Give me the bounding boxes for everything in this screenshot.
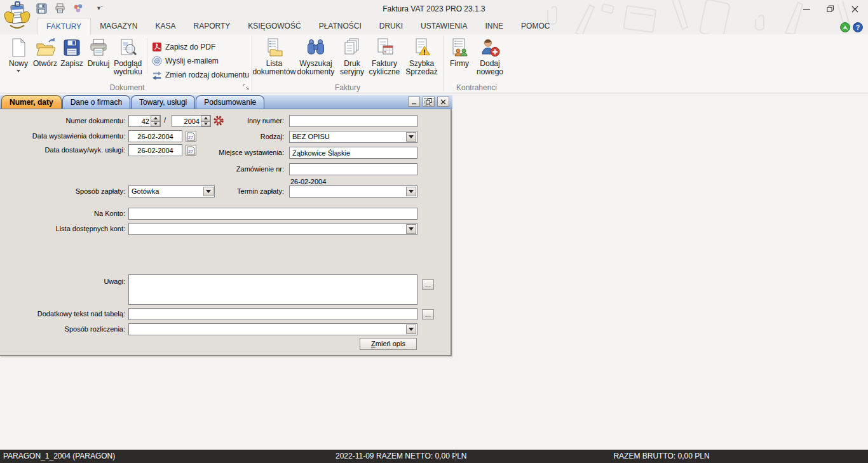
ribbon-group-faktury: Lista dokumentów Wyszukaj dokumenty (252, 34, 443, 93)
ribbon-group-dokument: Nowy Otwórz (3, 34, 252, 93)
window-title: Faktura VAT 2023 PRO 23.1.3 (0, 4, 868, 13)
help-icon[interactable]: ? (853, 22, 863, 32)
doc-tab-numer-daty[interactable]: Numer, daty (1, 95, 62, 109)
sposob-zaplaty-label: Sposób zapłaty: (0, 185, 125, 198)
document-list-button[interactable]: Lista dokumentów (255, 36, 294, 76)
binoculars-icon (306, 37, 326, 58)
status-document-name: PARAGON_1_2004 (PARAGON) (3, 450, 115, 463)
uwagi-textarea[interactable] (128, 274, 417, 305)
status-brutto: RAZEM BRUTTO: 0,00 PLN (455, 450, 868, 463)
email-icon: @ (152, 56, 162, 66)
miejsce-wystawienia-input[interactable] (289, 147, 417, 159)
restore-icon (827, 5, 834, 13)
combo-dropdown-icon[interactable] (406, 224, 416, 234)
title-bar: ▼̄︎ Faktura VAT 2023 PRO 23.1.3 (0, 0, 868, 18)
rodzaj-label: Rodzaj: (159, 131, 284, 143)
minimize-button[interactable] (799, 3, 813, 15)
document-list-icon (264, 37, 284, 58)
group-label-kontrahenci: Kontrahenci (444, 83, 510, 92)
add-person-icon (480, 37, 500, 58)
companies-button[interactable]: Firmy (446, 36, 473, 68)
status-date: 2022-11-09 (336, 450, 374, 463)
ribbon-tab-ksiegowosc[interactable]: KSIĘGOWOŚĆ (239, 18, 309, 34)
dodatkowy-tekst-ellipsis-button[interactable]: … (422, 309, 434, 319)
inny-numer-input[interactable] (289, 115, 417, 127)
online-status-icon[interactable] (840, 22, 850, 32)
uwagi-label: Uwagi: (0, 276, 125, 288)
ribbon-tab-pomoc[interactable]: POMOC (512, 18, 559, 34)
zamowienie-label: Zamówienie nr: (159, 163, 284, 175)
minimize-icon (411, 99, 417, 105)
close-button[interactable] (848, 3, 862, 15)
lista-kont-combo[interactable] (128, 223, 417, 235)
new-document-icon (8, 37, 29, 58)
status-netto: RAZEM NETTO: 0,00 PLN (376, 450, 466, 463)
combo-dropdown-icon[interactable] (406, 325, 416, 334)
print-button[interactable]: Drukuj (85, 36, 112, 68)
doc-tab-dane-o-firmach[interactable]: Dane o firmach (62, 95, 130, 109)
form-panel: Numer dokumentu: / Inny numer: Data wyst… (0, 109, 452, 356)
new-document-button[interactable]: Nowy (5, 36, 32, 74)
dialog-launcher-icon[interactable] (243, 84, 250, 91)
zmien-opis-button[interactable]: Zmień opis (360, 338, 417, 350)
inny-numer-label: Inny numer: (159, 115, 284, 127)
ribbon-group-kontrahenci: Firmy Dodaj nowego Kontrahenci (444, 34, 510, 93)
combo-dropdown-icon[interactable] (406, 132, 416, 142)
close-icon (851, 6, 858, 13)
save-pdf-button[interactable]: Zapisz do PDF (151, 40, 249, 53)
close-icon (440, 99, 446, 105)
ribbon-tab-platnosci[interactable]: PŁATNOŚCI (310, 18, 370, 34)
termin-zaplaty-combo[interactable] (289, 185, 417, 198)
ribbon-tab-faktury[interactable]: FAKTURY (37, 18, 91, 34)
dodatkowy-tekst-input[interactable] (128, 308, 417, 320)
group-label-dokument: Dokument (3, 83, 252, 92)
app-window: ▼̄︎ Faktura VAT 2023 PRO 23.1.3 (0, 0, 868, 463)
uwagi-ellipsis-button[interactable]: … (422, 279, 434, 290)
change-document-type-button[interactable]: Zmień rodzaj dokumentu (151, 68, 249, 81)
title-bar-band: ▼̄︎ Faktura VAT 2023 PRO 23.1.3 (0, 0, 868, 34)
quick-sale-button[interactable]: Szybka Sprzedaż (403, 36, 440, 76)
recurring-invoices-icon (374, 37, 395, 58)
search-documents-button[interactable]: Wyszukaj dokumenty (294, 36, 338, 76)
minimize-icon (803, 6, 810, 13)
ribbon-tab-magazyn[interactable]: MAGAZYN (91, 18, 146, 34)
companies-icon (449, 37, 470, 58)
ribbon-tab-kasa[interactable]: KASA (146, 18, 184, 34)
swap-arrows-icon (152, 70, 162, 80)
na-konto-input[interactable] (128, 208, 417, 220)
restore-button[interactable] (824, 3, 837, 15)
ribbon-tab-ustawienia[interactable]: USTAWIENIA (412, 18, 476, 34)
serial-print-button[interactable]: Druk seryjny (338, 36, 366, 76)
termin-zaplaty-label: Termin zapłaty: (159, 185, 284, 198)
print-icon (88, 37, 109, 58)
termin-static-date: 26-02-2004 (290, 178, 326, 185)
svg-text:?: ? (856, 24, 860, 31)
doc-close-button[interactable] (437, 97, 449, 107)
open-button[interactable]: Otwórz (32, 36, 58, 68)
data-dostawy-label: Data dostawy/wyk. usługi: (0, 144, 125, 156)
doc-tab-towary-uslugi[interactable]: Towary, usługi (131, 95, 195, 109)
open-folder-icon (35, 37, 55, 58)
zamowienie-input[interactable] (289, 163, 417, 175)
print-preview-button[interactable]: Podgląd wydruku (112, 36, 144, 76)
recurring-invoices-button[interactable]: Faktury cykliczne (366, 36, 403, 76)
save-button[interactable]: Zapisz (58, 36, 85, 68)
doc-minimize-button[interactable] (408, 97, 420, 107)
ribbon-tab-inne[interactable]: INNE (476, 18, 512, 34)
combo-dropdown-icon[interactable] (406, 187, 416, 196)
ribbon-tab-raporty[interactable]: RAPORTY (184, 18, 239, 34)
ribbon-tab-druki[interactable]: DRUKI (370, 18, 412, 34)
ribbon: Nowy Otwórz (0, 34, 868, 93)
sposob-rozliczenia-combo[interactable] (128, 323, 417, 335)
doc-tab-podsumowanie[interactable]: Podsumowanie (196, 95, 264, 109)
send-email-button[interactable]: @ Wyślij e-mailem (151, 54, 249, 67)
save-icon (62, 37, 82, 58)
status-icon-area: ? (840, 22, 863, 32)
serial-print-icon (342, 37, 362, 58)
status-bar: PARAGON_1_2004 (PARAGON) 2022-11-09 RAZE… (0, 450, 868, 463)
rodzaj-combo[interactable]: BEZ OPISU (289, 131, 417, 143)
add-contractor-button[interactable]: Dodaj nowego (473, 36, 507, 76)
doc-restore-button[interactable] (423, 97, 435, 107)
data-wystawienia-label: Data wystawienia dokumentu: (0, 130, 125, 142)
sposob-rozliczenia-label: Sposób rozliczenia: (0, 323, 125, 335)
